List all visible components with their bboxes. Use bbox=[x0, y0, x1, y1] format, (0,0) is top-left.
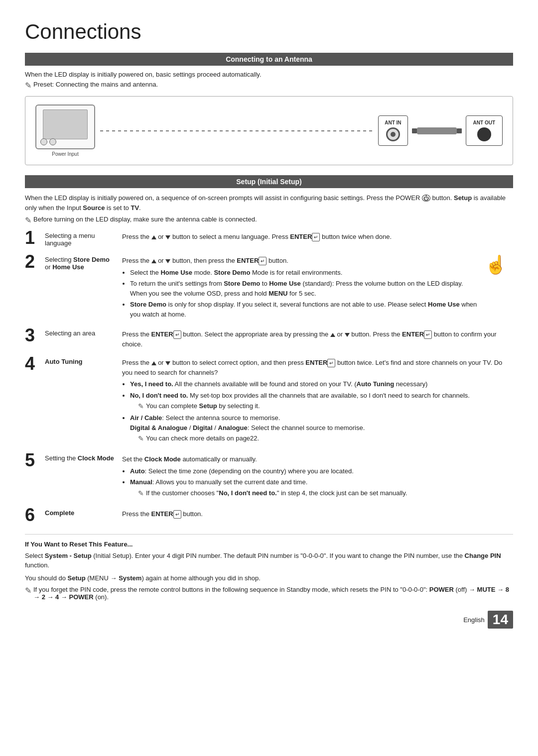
enter-icon-2: ↵ bbox=[259, 257, 267, 265]
ant-in-label: ANT IN bbox=[385, 120, 401, 125]
cable-connector bbox=[408, 127, 466, 134]
tv-screen bbox=[43, 109, 88, 139]
enter-bold-2: ENTER bbox=[237, 257, 259, 264]
home-use-bold: Home Use bbox=[52, 263, 84, 271]
step-2-number: 2 bbox=[25, 253, 45, 271]
clock-mode-bold: Clock Mode bbox=[78, 454, 114, 462]
step-4-bullet-3: Air / Cable: Select the antenna source t… bbox=[130, 413, 513, 444]
enter-arrow-1: ↵ bbox=[314, 233, 318, 241]
step-1-content: Press the or button to select a menu lan… bbox=[122, 230, 513, 242]
step-6-content: Press the ENTER↵ button. bbox=[122, 507, 513, 519]
tv-button-1 bbox=[40, 138, 47, 145]
reset-title: If You Want to Reset This Feature... bbox=[25, 540, 513, 548]
tv-box bbox=[35, 105, 95, 149]
enter-bold-1: ENTER bbox=[290, 233, 312, 240]
enter-icon-1: ↵ bbox=[312, 233, 320, 241]
step-5-content: Set the Clock Mode automatically or manu… bbox=[122, 452, 513, 500]
step-4-number: 4 bbox=[25, 355, 45, 373]
step-1-label: Selecting a menu language bbox=[45, 230, 122, 247]
setup-note: ✎ Before turning on the LED display, mak… bbox=[25, 216, 513, 225]
step-2-icon: ☝ bbox=[478, 254, 513, 274]
up-arrow-3 bbox=[330, 333, 335, 337]
up-arrow-2 bbox=[151, 259, 156, 263]
ant-out-box: ANT OUT bbox=[466, 115, 503, 146]
tv-button-2 bbox=[49, 138, 56, 145]
enter-arrow-4: ↵ bbox=[329, 359, 333, 367]
step-2-bullet-1: Select the Home Use mode. Store Demo Mod… bbox=[130, 268, 478, 278]
enter-bold-3b: ENTER bbox=[402, 330, 424, 338]
step-3-number: 3 bbox=[25, 326, 45, 344]
enter-arrow-6: ↵ bbox=[175, 511, 179, 518]
setup-bold: Setup bbox=[454, 194, 472, 202]
hand-finger-icon: ☝ bbox=[485, 256, 507, 274]
step-5-bullet-2: Manual: Allows you to manually set the c… bbox=[130, 477, 513, 499]
source-bold: Source bbox=[83, 204, 105, 212]
step-4-label: Auto Tuning bbox=[45, 356, 122, 365]
enter-icon-6: ↵ bbox=[173, 510, 181, 519]
tv-illustration: Power Input bbox=[35, 105, 95, 157]
step-3-content: Press the ENTER↵ button. Select the appr… bbox=[122, 327, 513, 349]
enter-bold-4: ENTER bbox=[305, 359, 327, 366]
page-number-area: English 14 bbox=[25, 611, 513, 629]
connector-end-1 bbox=[412, 128, 417, 133]
antenna-diagram: Power Input ANT IN ANT OUT bbox=[25, 96, 513, 165]
store-demo-bold: Store Demo bbox=[73, 256, 110, 263]
reset-para1: Select System - Setup (Initial Setup). E… bbox=[25, 551, 513, 570]
step-6-number: 6 bbox=[25, 506, 45, 524]
up-arrow-4 bbox=[151, 361, 156, 365]
antenna-note: ✎ Preset: Connecting the mains and anten… bbox=[25, 81, 513, 90]
step-5-row: 5 Setting the Clock Mode Set the Clock M… bbox=[25, 452, 513, 500]
step-5-bullets: Auto: Select the time zone (depending on… bbox=[122, 466, 513, 499]
step-4-content: Press the or button to select correct op… bbox=[122, 356, 513, 445]
step-4-extra-note: ✎ You can check more details on page22. bbox=[138, 433, 513, 444]
cable-dashed-line bbox=[100, 130, 373, 131]
step-5-number: 5 bbox=[25, 451, 45, 469]
down-arrow-4 bbox=[165, 361, 170, 365]
step-5-sub-note: ✎ If the customer chooses "No, I don't n… bbox=[138, 488, 513, 499]
power-icon: ⏻ bbox=[422, 195, 430, 202]
down-arrow-3 bbox=[345, 333, 350, 337]
sub-note-icon-3: ✎ bbox=[138, 488, 144, 499]
ant-in-inner-circle bbox=[391, 132, 396, 137]
auto-tuning-bold: Auto Tuning bbox=[45, 358, 83, 365]
ant-in-box: ANT IN bbox=[378, 115, 407, 146]
step-6-label: Complete bbox=[45, 507, 122, 517]
antenna-section-header: Connecting to an Antenna bbox=[25, 53, 513, 66]
step-5-sub-note-text: If the customer chooses "No, I don't nee… bbox=[146, 488, 407, 498]
step-4-sub-note-text: You can complete Setup by selecting it. bbox=[146, 401, 260, 411]
step-4-bullet-1: Yes, I need to. All the channels availab… bbox=[130, 379, 513, 389]
step-1-number: 1 bbox=[25, 229, 45, 247]
setup-intro-text: When the LED display is initially powere… bbox=[25, 194, 506, 212]
enter-arrow-2: ↵ bbox=[261, 257, 265, 265]
connector-body bbox=[417, 127, 457, 134]
language-label: English bbox=[463, 616, 485, 624]
setup-intro: When the LED display is initially powere… bbox=[25, 193, 513, 213]
setup-section-header: Setup (Initial Setup) bbox=[25, 175, 513, 188]
tv-bold: TV bbox=[131, 204, 139, 212]
enter-arrow-3a: ↵ bbox=[175, 331, 179, 338]
step-4-row: 4 Auto Tuning Press the or button to sel… bbox=[25, 356, 513, 445]
enter-icon-3a: ↵ bbox=[173, 330, 181, 339]
reset-note: ✎ If you forget the PIN code, press the … bbox=[25, 586, 513, 601]
page-number: 14 bbox=[488, 611, 513, 629]
sub-note-icon-2: ✎ bbox=[138, 433, 144, 444]
reset-note-text: If you forget the PIN code, press the re… bbox=[33, 586, 513, 601]
ant-out-label: ANT OUT bbox=[473, 120, 495, 125]
complete-bold: Complete bbox=[45, 509, 74, 517]
step-2-content: Press the or button, then press the ENTE… bbox=[122, 254, 478, 321]
step-2-label: Selecting Store Demo or Home Use bbox=[45, 254, 122, 271]
setup-steps: 1 Selecting a menu language Press the or… bbox=[25, 230, 513, 524]
tv-buttons bbox=[40, 138, 56, 145]
antenna-intro-text: When the LED display is initially powere… bbox=[25, 71, 262, 78]
note-icon-2: ✎ bbox=[25, 216, 31, 225]
step-2-bullet-3: Store Demo is only for shop display. If … bbox=[130, 300, 478, 319]
antenna-intro: When the LED display is initially powere… bbox=[25, 71, 513, 78]
up-arrow-1 bbox=[151, 235, 156, 239]
enter-arrow-3b: ↵ bbox=[426, 331, 430, 338]
step-1-row: 1 Selecting a menu language Press the or… bbox=[25, 230, 513, 247]
step-4-bullet-2: No, I don't need to. My set-top box prov… bbox=[130, 391, 513, 412]
antenna-note-text: Preset: Connecting the mains and antenna… bbox=[33, 81, 158, 88]
reset-section: If You Want to Reset This Feature... Sel… bbox=[25, 534, 513, 601]
step-2-row: 2 Selecting Store Demo or Home Use Press… bbox=[25, 254, 513, 321]
step-4-sub-note: ✎ You can complete Setup by selecting it… bbox=[138, 401, 513, 412]
